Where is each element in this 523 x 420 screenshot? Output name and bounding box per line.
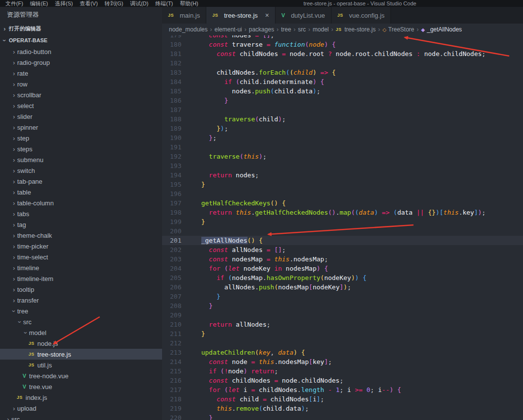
line-number[interactable]: 181: [162, 49, 174, 58]
tree-item-tree.vue[interactable]: Vtree.vue: [0, 381, 162, 392]
code-line-215[interactable]: 215 if (!node) return;: [162, 366, 523, 376]
code-line-190[interactable]: 190 };: [162, 133, 523, 142]
code-line-184[interactable]: 184 if (child.indeterminate) {: [162, 77, 523, 86]
code-line-214[interactable]: 214 const node = this.nodesMap[key];: [162, 357, 523, 366]
line-number[interactable]: 187: [162, 105, 174, 114]
line-number[interactable]: 216: [162, 376, 174, 385]
code-line-203[interactable]: 203 const nodesMap = this.nodesMap;: [162, 254, 523, 264]
breadcrumb-item-tree[interactable]: tree: [281, 26, 291, 33]
tree-item-upload[interactable]: ›upload: [0, 403, 162, 414]
line-number[interactable]: 220: [162, 413, 174, 420]
code-line-205[interactable]: 205 if (nodesMap.hasOwnProperty(nodeKey)…: [162, 273, 523, 282]
section-open-editors[interactable]: › 打开的编辑器: [0, 23, 162, 34]
breadcrumb-item-tree-store.js[interactable]: JStree-store.js: [336, 26, 376, 33]
line-number[interactable]: 189: [162, 124, 174, 133]
line-number[interactable]: 195: [162, 180, 174, 189]
menu-item-2[interactable]: 选择(S): [52, 0, 77, 7]
tree-item-step[interactable]: ›step: [0, 133, 162, 143]
tab-tree-store.js[interactable]: JStree-store.js×: [206, 7, 275, 24]
tree-item-radio-button[interactable]: ›radio-button: [0, 46, 162, 57]
line-number[interactable]: 186: [162, 96, 174, 105]
line-number[interactable]: 213: [162, 348, 174, 357]
tree-item-tag[interactable]: ›tag: [0, 219, 162, 230]
code-line-217[interactable]: 217 for (let i = childNodes.length - 1; …: [162, 385, 523, 394]
menu-item-5[interactable]: 调试(D): [127, 0, 152, 7]
code-line-189[interactable]: 189 });: [162, 124, 523, 133]
tree-item-tree-node.vue[interactable]: Vtree-node.vue: [0, 370, 162, 381]
line-number[interactable]: 199: [162, 217, 174, 226]
line-number[interactable]: 212: [162, 338, 174, 348]
code-line-199[interactable]: 199 }: [162, 217, 523, 226]
tree-item-tooltip[interactable]: ›tooltip: [0, 284, 162, 295]
line-number[interactable]: 192: [162, 152, 174, 161]
close-icon[interactable]: ×: [265, 12, 269, 19]
line-number[interactable]: 205: [162, 273, 174, 282]
tree-item-row[interactable]: ›row: [0, 79, 162, 89]
tree-item-rate[interactable]: ›rate: [0, 68, 162, 79]
tree-item-table-column[interactable]: ›table-column: [0, 197, 162, 208]
breadcrumb-item-model[interactable]: model: [313, 26, 329, 33]
tab-vue.config.js[interactable]: JSvue.config.js: [331, 7, 391, 24]
menu-item-7[interactable]: 帮助(H): [176, 0, 201, 7]
code-line-186[interactable]: 186 }: [162, 96, 523, 105]
menu-item-0[interactable]: 文件(F): [2, 0, 27, 7]
tree-item-node.js[interactable]: JSnode.js: [0, 338, 162, 349]
code-line-206[interactable]: 206 allNodes.push(nodesMap[nodeKey]);: [162, 282, 523, 292]
line-number[interactable]: 198: [162, 208, 174, 217]
tree-item-switch[interactable]: ›switch: [0, 165, 162, 176]
code-line-188[interactable]: 188 traverse(child);: [162, 114, 523, 124]
line-number[interactable]: 180: [162, 40, 174, 49]
tab-dutyList.vue[interactable]: VdutyList.vue: [275, 7, 331, 24]
line-number[interactable]: 207: [162, 292, 174, 301]
line-number[interactable]: 217: [162, 385, 174, 394]
tree-item-tree[interactable]: ›tree: [0, 306, 162, 316]
tree-item-src[interactable]: ›src: [0, 316, 162, 327]
breadcrumb-item-node_modules[interactable]: node_modules: [169, 26, 208, 33]
code-line-209[interactable]: 209: [162, 310, 523, 320]
code-line-210[interactable]: 210 return allNodes;: [162, 320, 523, 329]
code-line-219[interactable]: 219 this.remove(child.data);: [162, 404, 523, 413]
tree-item-src[interactable]: ›src: [0, 414, 162, 420]
tree-item-tabs[interactable]: ›tabs: [0, 208, 162, 219]
tree-item-index.js[interactable]: JSindex.js: [0, 392, 162, 403]
line-number[interactable]: 206: [162, 282, 174, 292]
tree-item-submenu[interactable]: ›submenu: [0, 154, 162, 165]
line-number[interactable]: 219: [162, 404, 174, 413]
line-number[interactable]: 201: [162, 236, 174, 245]
tab-main.js[interactable]: JSmain.js: [162, 7, 206, 24]
menu-item-1[interactable]: 编辑(E): [27, 0, 52, 7]
tree-item-steps[interactable]: ›steps: [0, 143, 162, 154]
tree-item-select[interactable]: ›select: [0, 100, 162, 111]
line-number[interactable]: 179: [162, 35, 174, 40]
code-line-196[interactable]: 196: [162, 189, 523, 198]
code-line-211[interactable]: 211 }: [162, 329, 523, 338]
code-line-185[interactable]: 185 nodes.push(child.data);: [162, 86, 523, 96]
code-line-192[interactable]: 192 traverse(this);: [162, 152, 523, 161]
line-number[interactable]: 200: [162, 226, 174, 236]
code-area[interactable]: 179 const nodes = [];180 const traverse …: [162, 35, 523, 420]
line-number[interactable]: 214: [162, 357, 174, 366]
menu-item-3[interactable]: 查看(V): [76, 0, 101, 7]
menu-item-4[interactable]: 转到(G): [101, 0, 127, 7]
code-line-216[interactable]: 216 const childNodes = node.childNodes;: [162, 376, 523, 385]
code-line-207[interactable]: 207 }: [162, 292, 523, 301]
line-number[interactable]: 184: [162, 77, 174, 86]
tree-item-timeline[interactable]: ›timeline: [0, 262, 162, 273]
code-line-197[interactable]: 197 getHalfCheckedKeys() {: [162, 198, 523, 208]
code-line-183[interactable]: 183 childNodes.forEach((child) => {: [162, 68, 523, 77]
tree-item-util.js[interactable]: JSutil.js: [0, 360, 162, 370]
tree-item-spinner[interactable]: ›spinner: [0, 122, 162, 133]
code-line-180[interactable]: 180 const traverse = function(node) {: [162, 40, 523, 49]
line-number[interactable]: 191: [162, 142, 174, 152]
menu-item-6[interactable]: 终端(T): [152, 0, 176, 7]
code-line-200[interactable]: 200: [162, 226, 523, 236]
line-number[interactable]: 211: [162, 329, 174, 338]
breadcrumb-item-element-ui[interactable]: element-ui: [215, 26, 242, 33]
tree-item-model[interactable]: ›model: [0, 327, 162, 338]
code-line-195[interactable]: 195 }: [162, 180, 523, 189]
line-number[interactable]: 204: [162, 264, 174, 273]
code-line-202[interactable]: 202 const allNodes = [];: [162, 245, 523, 254]
tree-item-tab-pane[interactable]: ›tab-pane: [0, 176, 162, 187]
line-number[interactable]: 196: [162, 189, 174, 198]
code-line-187[interactable]: 187: [162, 105, 523, 114]
